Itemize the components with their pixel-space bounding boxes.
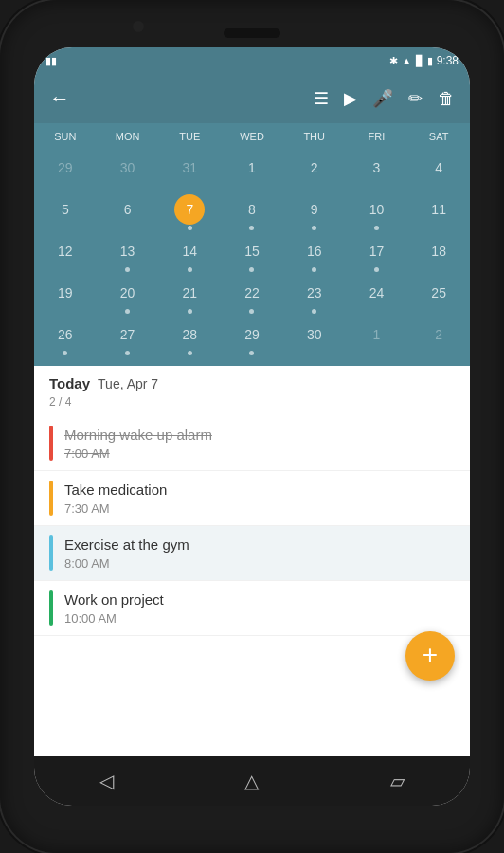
edit-icon: ✏ (408, 89, 423, 108)
cal-day-dot (312, 309, 316, 314)
cal-day-number: 20 (113, 278, 143, 308)
cal-day-number: 17 (361, 236, 391, 266)
delete-button[interactable]: 🗑 (430, 82, 462, 117)
cal-day-number: 29 (50, 153, 81, 183)
status-time: 9:38 (437, 54, 459, 67)
calendar-day[interactable]: 28 (158, 317, 221, 358)
calendar-day[interactable]: 23 (283, 275, 346, 317)
event-item[interactable]: Work on project10:00 AM (34, 581, 470, 636)
calendar-grid[interactable]: 2930311234567891011121314151617181920212… (34, 150, 470, 366)
event-item[interactable]: Take medication7:30 AM (34, 471, 470, 526)
event-item[interactable]: Exercise at the gym8:00 AM (34, 526, 470, 581)
calendar-day[interactable]: 12 (34, 233, 97, 275)
calendar-day[interactable]: 1 (221, 150, 283, 191)
cal-day-number: 26 (50, 319, 81, 350)
play-button[interactable]: ▶ (336, 81, 365, 117)
calendar-day[interactable]: 19 (34, 275, 97, 317)
nav-recent-button[interactable]: ▱ (381, 760, 414, 802)
event-color-bar (49, 535, 53, 571)
cal-day-number: 18 (423, 236, 454, 266)
calendar-day[interactable]: 17 (346, 233, 408, 275)
calendar-day[interactable]: 29 (221, 317, 283, 358)
signal-icon: ▊ (416, 55, 423, 67)
calendar-day[interactable]: 29 (34, 150, 97, 191)
cal-day-dot (125, 309, 130, 314)
event-color-bar (49, 590, 53, 626)
cal-day-number: 8 (237, 194, 267, 225)
menu-button[interactable]: ☰ (306, 81, 336, 117)
event-item[interactable]: Morning wake up alarm7:00 AM (34, 416, 470, 471)
cal-day-number: 16 (299, 236, 330, 266)
calendar-day[interactable]: 26 (34, 317, 97, 358)
calendar-day[interactable]: 21 (158, 275, 221, 317)
calendar-day[interactable]: 2 (283, 150, 346, 191)
date-label: Tue, Apr 7 (98, 376, 158, 391)
cal-day-number: 24 (361, 278, 391, 308)
calendar-day[interactable]: 27 (97, 317, 159, 358)
calendar-day[interactable]: 25 (407, 275, 470, 317)
nav-home-button[interactable]: △ (235, 760, 268, 802)
calendar-day[interactable]: 3 (346, 150, 408, 191)
calendar-day[interactable]: 10 (346, 191, 408, 233)
mic-icon: 🎤 (372, 89, 393, 108)
cal-day-number: 7 (174, 194, 205, 225)
events-header: Today Tue, Apr 7 (34, 366, 470, 395)
calendar-day[interactable]: 14 (158, 233, 221, 275)
cal-day-dot (249, 351, 254, 355)
event-content: Morning wake up alarm7:00 AM (64, 426, 455, 461)
back-icon: ← (49, 86, 70, 110)
play-icon: ▶ (344, 89, 357, 108)
calendar-day[interactable]: 13 (97, 233, 159, 275)
event-title: Exercise at the gym (64, 535, 455, 554)
back-button[interactable]: ← (42, 79, 78, 118)
weekday-label: THU (283, 127, 346, 146)
cal-day-dot (249, 309, 254, 314)
calendar-day[interactable]: 30 (97, 150, 159, 191)
event-content: Take medication7:30 AM (64, 481, 455, 516)
cal-day-number: 15 (237, 236, 267, 266)
cal-day-dot (125, 267, 130, 272)
calendar-day[interactable]: 11 (407, 191, 470, 233)
edit-button[interactable]: ✏ (401, 81, 430, 117)
phone-camera (133, 21, 144, 32)
weekday-header: SUNMONTUEWEDTHUFRISAT (34, 123, 470, 150)
calendar-day[interactable]: 16 (283, 233, 346, 275)
nav-home-icon: △ (244, 771, 259, 791)
calendar-day[interactable]: 5 (34, 191, 97, 233)
cal-day-dot (249, 267, 254, 272)
cal-day-number: 22 (237, 278, 267, 308)
calendar-day[interactable]: 9 (283, 191, 346, 233)
event-time: 7:30 AM (64, 501, 455, 516)
add-event-fab[interactable]: + (405, 631, 455, 681)
cal-day-number: 3 (361, 153, 391, 183)
event-time: 8:00 AM (64, 556, 455, 571)
cal-day-number: 28 (174, 319, 205, 350)
bluetooth-icon: ✱ (389, 55, 398, 67)
nav-back-button[interactable]: ◁ (90, 760, 123, 802)
calendar-day[interactable]: 24 (346, 275, 408, 317)
calendar-day[interactable]: 8 (221, 191, 283, 233)
calendar-day[interactable]: 15 (221, 233, 283, 275)
cal-day-number: 2 (423, 319, 454, 350)
cal-day-number: 30 (299, 319, 330, 350)
calendar-day[interactable]: 7 (158, 191, 221, 233)
cal-day-dot (188, 267, 192, 272)
event-time: 10:00 AM (64, 611, 455, 626)
mic-button[interactable]: 🎤 (365, 81, 401, 117)
calendar-day[interactable]: 6 (97, 191, 159, 233)
calendar-day[interactable]: 1 (346, 317, 408, 358)
calendar-day[interactable]: 22 (221, 275, 283, 317)
weekday-label: SAT (407, 127, 470, 146)
weekday-label: TUE (158, 127, 221, 146)
calendar-day[interactable]: 31 (158, 150, 221, 191)
events-count: 2 / 4 (34, 395, 470, 416)
calendar-day[interactable]: 20 (97, 275, 159, 317)
calendar-day[interactable]: 30 (283, 317, 346, 358)
nav-bar: ◁ △ ▱ (34, 756, 470, 806)
calendar-day[interactable]: 18 (407, 233, 470, 275)
menu-icon: ☰ (314, 89, 329, 108)
cal-day-number: 4 (423, 153, 454, 183)
today-label: Today (49, 375, 90, 391)
calendar-day[interactable]: 2 (407, 317, 470, 358)
calendar-day[interactable]: 4 (407, 150, 470, 191)
